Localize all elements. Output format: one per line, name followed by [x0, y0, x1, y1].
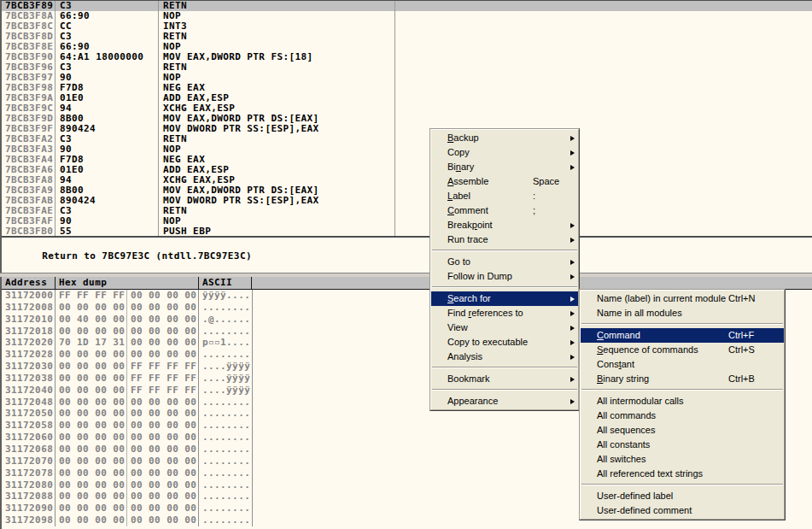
disasm-row[interactable]: 7BCB3FAE C3 RETN	[2, 206, 812, 216]
disasm-row[interactable]: 7BCB3F9D 8B00 MOV EAX,DWORD PTR DS:[EAX]	[2, 114, 812, 124]
menu-item[interactable]: Breakpoint	[431, 218, 578, 232]
submenu-item-label: All commands	[597, 409, 728, 423]
submenu-item[interactable]: Name in all modules	[581, 306, 784, 320]
submenu-arrow-icon	[570, 223, 575, 228]
dump-address: 31172030	[2, 361, 55, 373]
disasm-row[interactable]: 7BCB3F8D C3 RETN	[2, 32, 812, 42]
disasm-row[interactable]: 7BCB3FA8 94 XCHG EAX,ESP	[2, 175, 812, 185]
search-for-submenu: Name (label) in current module Ctrl+N Na…	[579, 289, 786, 520]
dump-hex-group1: 00 00 00 00	[55, 467, 127, 479]
dump-hex-group1: 00 00 00 00	[55, 420, 127, 432]
disasm-row[interactable]: 7BCB3F97 90 NOP	[2, 73, 812, 83]
submenu-item[interactable]: Sequence of commands Ctrl+S	[581, 343, 784, 357]
dump-hex-group2: 00 00 00 00	[127, 349, 199, 361]
disasm-row[interactable]: 7BCB3FA9 8B00 MOV EAX,DWORD PTR DS:[EAX]	[2, 185, 812, 196]
disasm-row[interactable]: 7BCB3F9F 890424 MOV DWORD PTR SS:[ESP],E…	[2, 124, 812, 134]
menu-item[interactable]: Comment ;	[431, 203, 578, 218]
disasm-instruction: INT3	[159, 21, 395, 32]
disasm-row[interactable]: 7BCB3F96 C3 RETN	[2, 62, 812, 73]
dump-ascii: ........	[199, 397, 253, 409]
menu-item[interactable]: Go to	[431, 255, 578, 269]
disassembly-rows: 7BCB3F89 C3 RETN 7BCB3F8A 66:90 NOP 7BCB…	[2, 1, 812, 238]
menu-item[interactable]: Run trace	[431, 232, 578, 247]
dump-hex-group1: 00 00 00 00	[55, 432, 127, 444]
dump-hex-group1: 70 1D 17 31	[55, 337, 127, 349]
disasm-row[interactable]: 7BCB3F8C CC INT3	[2, 21, 812, 32]
menu-item[interactable]: Search for	[431, 291, 578, 306]
disasm-row[interactable]: 7BCB3FA3 90 NOP	[2, 144, 812, 155]
submenu-arrow-icon	[570, 238, 575, 243]
menu-item[interactable]: Assemble Space	[431, 174, 578, 189]
disasm-row[interactable]: 7BCB3F8A 66:90 NOP	[2, 11, 812, 21]
menu-item[interactable]: Follow in Dump	[431, 269, 578, 284]
disasm-bytes: 890424	[55, 196, 159, 206]
dump-ascii: ........	[199, 456, 253, 467]
disasm-address: 7BCB3FA3	[2, 144, 55, 155]
menu-separator	[581, 484, 783, 485]
submenu-item[interactable]: Name (label) in current module Ctrl+N	[581, 291, 784, 306]
disasm-row[interactable]: 7BCB3FA6 01E0 ADD EAX,ESP	[2, 165, 812, 175]
menu-item-label: Label	[447, 189, 533, 203]
submenu-item[interactable]: All commands	[581, 409, 784, 423]
submenu-item[interactable]: All sequences	[581, 423, 784, 438]
menu-item[interactable]: Backup	[431, 131, 578, 145]
dump-address: 31172080	[2, 479, 55, 491]
menu-item-label: Appearance	[447, 394, 533, 409]
disasm-row[interactable]: 7BCB3FA2 C3 RETN	[2, 134, 812, 144]
menu-item-label: Comment	[447, 203, 533, 218]
menu-item[interactable]: Copy	[431, 145, 578, 160]
menu-item[interactable]: Copy to executable	[431, 335, 578, 350]
disasm-instruction: XCHG EAX,ESP	[159, 175, 395, 185]
dump-hex-group1: 00 00 00 00	[55, 361, 127, 373]
disasm-address: 7BCB3F96	[2, 62, 55, 73]
disasm-address: 7BCB3FAB	[2, 196, 55, 206]
dump-ascii: ....ÿÿÿÿ	[199, 385, 253, 397]
menu-item[interactable]: Appearance	[431, 394, 578, 409]
menu-item[interactable]: Analysis	[431, 350, 578, 364]
menu-item[interactable]: View	[431, 320, 578, 335]
dump-hex-group2: 00 00 00 00	[127, 420, 199, 432]
submenu-item[interactable]: User-defined comment	[581, 503, 784, 518]
disasm-row[interactable]: 7BCB3FA4 F7D8 NEG EAX	[2, 155, 812, 165]
disasm-bytes: CC	[55, 21, 159, 32]
submenu-item[interactable]: Command Ctrl+F	[581, 328, 784, 343]
disasm-bytes: C3	[55, 206, 159, 216]
disasm-row[interactable]: 7BCB3F9C 94 XCHG EAX,ESP	[2, 103, 812, 114]
disasm-row[interactable]: 7BCB3FAF 90 NOP	[2, 216, 812, 226]
menu-separator	[432, 250, 577, 251]
disasm-address: 7BCB3F9D	[2, 114, 55, 124]
disasm-row[interactable]: 7BCB3F89 C3 RETN	[2, 1, 812, 11]
dump-address: 31172090	[2, 503, 55, 514]
submenu-arrow-icon	[570, 260, 575, 265]
menu-item[interactable]: Binary	[431, 160, 578, 174]
disasm-row[interactable]: 7BCB3F8E 66:90 NOP	[2, 42, 812, 52]
menu-item[interactable]: Label :	[431, 189, 578, 203]
menu-item-label: Find references to	[447, 306, 533, 320]
menu-item[interactable]: Find references to	[431, 306, 578, 320]
submenu-item[interactable]: All intermodular calls	[581, 394, 784, 409]
dump-address: 31172098	[2, 514, 55, 526]
disasm-instruction: MOV EAX,DWORD PTR FS:[18]	[159, 52, 395, 62]
disasm-address: 7BCB3F9F	[2, 124, 55, 134]
submenu-item[interactable]: All switches	[581, 452, 784, 467]
disasm-row[interactable]: 7BCB3FAB 890424 MOV DWORD PTR SS:[ESP],E…	[2, 196, 812, 206]
submenu-item[interactable]: All constants	[581, 438, 784, 452]
menu-item[interactable]: Bookmark	[431, 372, 578, 386]
disasm-address: 7BCB3F98	[2, 83, 55, 93]
submenu-item-label: All intermodular calls	[597, 394, 728, 409]
disasm-row[interactable]: 7BCB3F9A 01E0 ADD EAX,ESP	[2, 93, 812, 103]
submenu-item[interactable]: User-defined label	[581, 489, 784, 503]
disasm-row[interactable]: 7BCB3F90 64:A1 18000000 MOV EAX,DWORD PT…	[2, 52, 812, 62]
menu-separator	[432, 367, 577, 368]
disasm-comment	[395, 32, 812, 42]
dump-hex-group1: 00 00 00 00	[55, 349, 127, 361]
menu-item-label: Search for	[447, 291, 533, 306]
submenu-item-shortcut: Ctrl+B	[728, 372, 779, 386]
submenu-item[interactable]: All referenced text strings	[581, 467, 784, 481]
submenu-item[interactable]: Binary string Ctrl+B	[581, 372, 784, 386]
disasm-row[interactable]: 7BCB3FB0 55 PUSH EBP	[2, 226, 812, 237]
submenu-item[interactable]: Constant	[581, 357, 784, 372]
disasm-instruction: PUSH EBP	[159, 226, 395, 237]
disasm-row[interactable]: 7BCB3F98 F7D8 NEG EAX	[2, 83, 812, 93]
dump-ascii: ........	[199, 503, 253, 514]
